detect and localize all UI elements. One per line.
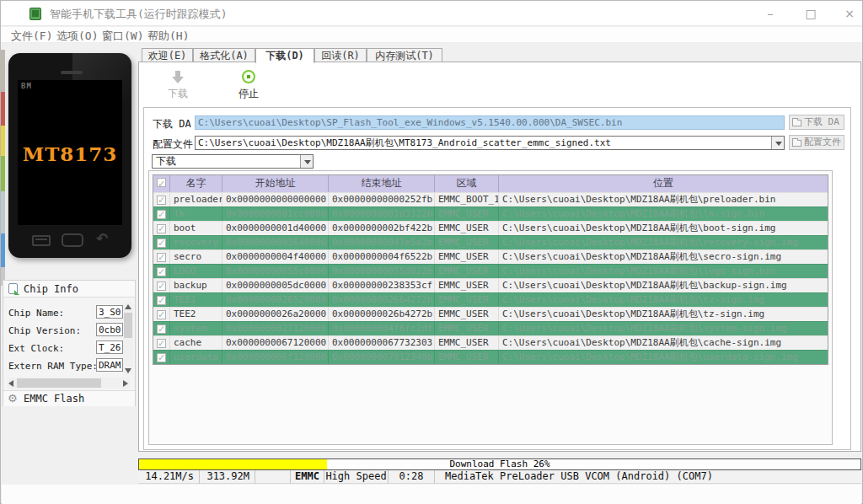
phone-mockup: BM MT8173 ↶ xyxy=(8,53,131,258)
cell-end-address: 0x0000000002bf422b xyxy=(329,222,435,235)
load-scatter-button[interactable]: 配置文件 xyxy=(789,135,844,150)
chevron-down-icon[interactable] xyxy=(771,137,784,149)
menu-help[interactable]: 帮助(H) xyxy=(144,29,192,42)
cell-partition-name: preloader xyxy=(170,193,222,206)
cell-start-address: 0x0000000001cc0000 xyxy=(222,207,329,221)
close-button[interactable]: × xyxy=(837,6,862,21)
row-checkbox[interactable]: ✓ xyxy=(157,196,166,205)
download-button-label: 下载 xyxy=(154,87,201,101)
minimize-button[interactable]: – xyxy=(758,6,783,21)
cell-end-address: 0x000000002664272b xyxy=(329,293,435,307)
cell-partition-name: cache xyxy=(170,336,222,350)
scroll-right-arrow-icon[interactable] xyxy=(123,380,128,387)
tab-format[interactable]: 格式化(A) xyxy=(193,48,255,62)
cell-start-address: 0x000000006f120000 xyxy=(222,351,329,364)
menu-window[interactable]: 窗口(W) xyxy=(99,29,147,42)
scroll-left-arrow-icon[interactable] xyxy=(8,380,13,387)
tab-download[interactable]: 下载(D) xyxy=(255,48,314,63)
stop-icon xyxy=(242,70,255,83)
download-mode-select[interactable]: 下载 xyxy=(152,154,314,169)
scroll-down-arrow-icon[interactable] xyxy=(125,368,131,373)
menu-options[interactable]: 选项(O) xyxy=(53,29,101,42)
cell-end-address: 0x000000007012340b xyxy=(329,351,435,364)
download-tab-panel: 下载 停止 下载 DA C:\Users\cuoai\Desktop\SP_Fl… xyxy=(138,62,861,452)
tab-welcome[interactable]: 欢迎(E) xyxy=(142,48,193,62)
emmc-flash-header[interactable]: ⚙ EMMC Flash xyxy=(3,390,135,406)
table-row[interactable]: ✓ TEE2 0x0000000026a20000 0x0000000026b4… xyxy=(153,307,828,321)
folder-icon xyxy=(792,140,801,147)
download-button[interactable]: 下载 xyxy=(154,69,201,101)
row-checkbox[interactable]: ✓ xyxy=(157,267,166,276)
row-checkbox[interactable]: ✓ xyxy=(157,224,166,233)
select-all-checkbox-cell[interactable]: ✓ xyxy=(153,175,170,192)
header-name[interactable]: 名字 xyxy=(170,175,222,192)
phone-speaker xyxy=(61,71,83,74)
status-data-size: 313.92M xyxy=(200,470,255,484)
table-row[interactable]: ✓ backup 0x0000000005dc0000 0x0000000023… xyxy=(153,278,828,292)
row-checkbox[interactable]: ✓ xyxy=(157,353,166,362)
stop-button[interactable]: 停止 xyxy=(225,69,272,101)
row-checkbox[interactable]: ✓ xyxy=(157,296,166,305)
tab-memory-test[interactable]: 内存测试(T) xyxy=(367,48,442,62)
table-row[interactable]: ✓ cache 0x0000000067120000 0x00000000677… xyxy=(153,335,828,350)
app-window: 智能手机下载工具(运行时跟踪模式) – □ × 文件(F) 选项(O) 窗口(W… xyxy=(0,0,863,504)
table-row[interactable]: ✓ boot 0x0000000001d40000 0x0000000002bf… xyxy=(153,221,828,235)
da-path-field[interactable]: C:\Users\cuoai\Desktop\SP_Flash_Tool_exe… xyxy=(195,115,785,130)
row-checkbox[interactable]: ✓ xyxy=(157,339,166,348)
horizontal-scroll-thumb[interactable] xyxy=(17,378,101,388)
menu-file[interactable]: 文件(F) xyxy=(8,29,56,42)
tab-readback[interactable]: 回读(R) xyxy=(314,48,367,62)
horizontal-scrollbar[interactable] xyxy=(7,378,130,389)
chip-info-header[interactable]: Chip Info xyxy=(3,281,135,298)
row-checkbox[interactable]: ✓ xyxy=(157,310,166,319)
phone-chip-label: MT8173 xyxy=(18,142,122,165)
row-checkbox[interactable]: ✓ xyxy=(157,324,166,334)
row-checkbox[interactable]: ✓ xyxy=(157,210,166,219)
chip-info-panel: Chip Info Chip Name: 3_S0 Chip Version: … xyxy=(3,280,136,406)
row-checkbox[interactable]: ✓ xyxy=(157,253,166,262)
header-region[interactable]: 区域 xyxy=(435,175,499,192)
table-header-row: ✓ 名字 开始地址 结束地址 区域 位置 xyxy=(153,175,828,192)
cell-partition-name: recovery xyxy=(170,236,222,249)
row-checkbox[interactable]: ✓ xyxy=(157,239,166,248)
cell-location: C:\Users\cuoai\Desktop\MDZ18AA刷机包\tz-sig… xyxy=(499,293,828,307)
header-start-address[interactable]: 开始地址 xyxy=(222,175,329,192)
row-checkbox[interactable]: ✓ xyxy=(157,281,166,291)
phone-screen: BM MT8173 xyxy=(18,80,122,225)
cell-end-address: 0x0000000001d3122b xyxy=(329,207,435,221)
scroll-up-arrow-icon[interactable] xyxy=(125,304,131,309)
row-checkbox-cell: ✓ xyxy=(153,207,170,221)
cell-region: EMMC_USER xyxy=(435,336,499,350)
load-da-button[interactable]: 下载 DA xyxy=(789,115,844,130)
table-row[interactable]: ✓ userdata 0x000000006f120000 0x00000000… xyxy=(153,350,828,364)
phone-brand-label: BM xyxy=(21,82,32,90)
table-row[interactable]: ✓ recovery 0x0000000003640000 0x00000000… xyxy=(153,235,828,249)
cell-start-address: 0x0000000067120000 xyxy=(222,336,329,350)
bottom-strip xyxy=(2,485,861,504)
phone-menu-icon xyxy=(32,235,51,246)
scatter-path-combobox[interactable]: C:\Users\cuoai\Desktop\MDZ18AA刷机包\MT8173… xyxy=(195,136,785,150)
window-title: 智能手机下载工具(运行时跟踪模式) xyxy=(50,7,228,22)
vertical-scroll-thumb[interactable] xyxy=(124,313,132,338)
select-all-checkbox[interactable]: ✓ xyxy=(157,178,166,187)
download-content-area: 下载 DA C:\Users\cuoai\Desktop\SP_Flash_To… xyxy=(143,107,851,450)
header-location[interactable]: 位置 xyxy=(499,175,828,192)
table-row[interactable]: ✓ lk 0x0000000001cc0000 0x0000000001d312… xyxy=(153,206,828,221)
table-row[interactable]: ✓ preloader 0x0000000000000000 0x0000000… xyxy=(153,192,828,206)
table-row[interactable]: ✓ LOGO 0x00000000055c0000 0x00000000055d… xyxy=(153,264,828,278)
cell-end-address: 0x0000000067732303 xyxy=(329,336,435,350)
cell-location: C:\Users\cuoai\Desktop\MDZ18AA刷机包\boot-s… xyxy=(499,222,828,235)
maximize-button[interactable]: □ xyxy=(798,6,823,21)
cell-end-address: 0x000000004f6fc2df xyxy=(329,322,435,335)
header-end-address[interactable]: 结束地址 xyxy=(329,175,435,192)
cell-partition-name: backup xyxy=(170,279,222,292)
chevron-down-icon[interactable] xyxy=(300,155,313,168)
status-elapsed-time: 0:28 xyxy=(389,470,435,484)
table-row[interactable]: ✓ TEE1 0x0000000026520000 0x000000002664… xyxy=(153,292,828,307)
chip-field-version: Chip Version: 0cb0 xyxy=(8,322,123,340)
cell-partition-name: lk xyxy=(170,207,222,221)
table-row[interactable]: ✓ system 0x0000000027120000 0x000000004f… xyxy=(153,321,828,335)
vertical-scrollbar[interactable] xyxy=(123,303,133,375)
cell-location: C:\Users\cuoai\Desktop\MDZ18AA刷机包\backup… xyxy=(499,279,828,292)
table-row[interactable]: ✓ secro 0x0000000004f40000 0x0000000004f… xyxy=(153,249,828,264)
